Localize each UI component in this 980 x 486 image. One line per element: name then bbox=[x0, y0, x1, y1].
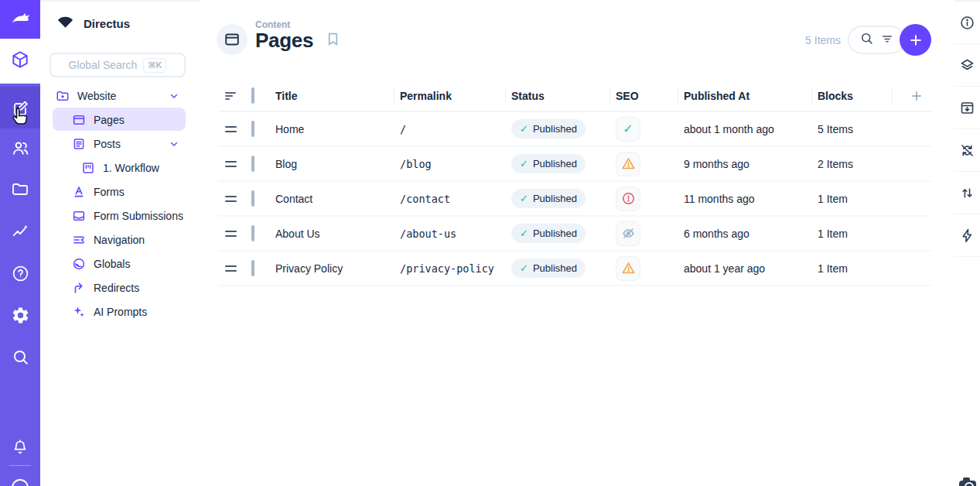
seo-ok-icon: ✓ bbox=[623, 122, 633, 136]
module-content-active[interactable] bbox=[0, 39, 40, 84]
chevron-down-icon[interactable] bbox=[169, 91, 179, 101]
row-checkbox[interactable] bbox=[251, 190, 254, 207]
nav-item-ai-prompts[interactable]: AI Prompts bbox=[40, 299, 201, 323]
table-row[interactable]: Contact /contact ✓Published ✓ 11 months … bbox=[219, 182, 931, 217]
bell-icon bbox=[11, 438, 29, 457]
directus-logo-tile[interactable] bbox=[0, 0, 40, 39]
archive-down-icon bbox=[959, 100, 975, 116]
sidebar-sync-disabled-button[interactable] bbox=[954, 129, 980, 172]
cell-blocks: 5 Items bbox=[811, 123, 892, 135]
module-insights[interactable] bbox=[0, 219, 40, 244]
drag-handle-icon[interactable] bbox=[219, 126, 242, 132]
module-users[interactable] bbox=[0, 135, 40, 160]
module-editor[interactable] bbox=[0, 96, 40, 121]
cell-blocks: 1 Item bbox=[811, 228, 892, 240]
up-down-arrows-icon bbox=[959, 185, 975, 201]
module-help[interactable] bbox=[0, 261, 40, 286]
column-header-permalink[interactable]: Permalink bbox=[394, 80, 505, 111]
row-checkbox[interactable] bbox=[251, 156, 254, 172]
nav-item-label: AI Prompts bbox=[94, 306, 147, 318]
sidebar-archive-button[interactable] bbox=[954, 87, 980, 129]
seo-status-icon: ✓ bbox=[616, 221, 640, 246]
column-header-status[interactable]: Status bbox=[505, 80, 610, 111]
title-a-icon bbox=[72, 185, 86, 199]
module-settings[interactable] bbox=[0, 303, 40, 327]
row-checkbox[interactable] bbox=[251, 260, 254, 276]
folder-icon bbox=[11, 180, 29, 199]
cell-published-at: about 1 year ago bbox=[678, 262, 811, 275]
module-search[interactable] bbox=[0, 344, 40, 369]
cell-published-at: 6 months ago bbox=[678, 228, 811, 240]
cell-blocks: 2 Items bbox=[811, 158, 892, 170]
table-row[interactable]: Blog /blog ✓Published ✓ 9 months ago 2 I… bbox=[219, 147, 931, 182]
nav-item-label: Redirects bbox=[94, 282, 139, 294]
chevron-down-icon[interactable] bbox=[169, 139, 179, 149]
gear-icon bbox=[11, 306, 30, 325]
project-row[interactable]: Directus bbox=[56, 12, 130, 35]
column-header-title[interactable]: Title bbox=[269, 80, 394, 111]
avatar-circle-partial[interactable] bbox=[12, 479, 29, 486]
nav-list-icon bbox=[72, 233, 86, 247]
search-icon[interactable] bbox=[859, 31, 874, 49]
module-bar-divider bbox=[9, 465, 31, 466]
table-row[interactable]: About Us /about-us ✓Published ✓ 6 months… bbox=[219, 217, 931, 252]
add-item-button[interactable] bbox=[900, 24, 931, 56]
nav-item-posts[interactable]: Posts bbox=[40, 132, 201, 156]
nav-item-workflow[interactable]: 1. Workflow bbox=[40, 156, 201, 180]
right-sidebar bbox=[954, 2, 980, 486]
page-title: Pages bbox=[255, 29, 313, 53]
sidebar-layout-button[interactable] bbox=[954, 44, 980, 87]
nav-item-label: Form Submissions bbox=[94, 210, 183, 222]
row-checkbox[interactable] bbox=[251, 225, 254, 241]
column-header-blocks[interactable]: Blocks bbox=[811, 80, 892, 111]
bolt-icon bbox=[959, 228, 975, 244]
seo-warning-icon bbox=[621, 261, 636, 276]
nav-item-pages[interactable]: Pages bbox=[40, 108, 201, 132]
nav-item-forms[interactable]: Forms bbox=[40, 180, 201, 204]
sidebar-flows-button[interactable] bbox=[954, 214, 980, 257]
bookmark-icon[interactable] bbox=[325, 31, 341, 50]
drag-handle-icon[interactable] bbox=[219, 231, 242, 237]
row-checkbox[interactable] bbox=[251, 121, 254, 137]
drag-handle-icon[interactable] bbox=[219, 161, 242, 167]
directus-app: Directus Global Search ⌘K Website bbox=[0, 0, 980, 486]
nav-item-website[interactable]: Website bbox=[40, 84, 201, 108]
manual-sort-button[interactable] bbox=[219, 80, 242, 111]
drag-handle-icon[interactable] bbox=[219, 265, 242, 272]
global-search-input[interactable]: Global Search ⌘K bbox=[50, 53, 186, 77]
cell-title: Privacy Policy bbox=[269, 262, 394, 275]
add-column-button[interactable] bbox=[892, 80, 931, 111]
nav-item-label: Forms bbox=[94, 186, 125, 198]
kanban-icon bbox=[81, 161, 95, 175]
layers-icon bbox=[959, 57, 975, 74]
module-files[interactable] bbox=[0, 177, 40, 202]
insights-icon bbox=[11, 222, 30, 241]
notifications-button[interactable] bbox=[0, 435, 40, 460]
project-logo-icon bbox=[56, 12, 75, 35]
status-badge: ✓Published bbox=[511, 258, 586, 278]
content-area: Content Pages 5 Items Title Permalink St… bbox=[201, 0, 954, 486]
sidebar-info-button[interactable] bbox=[954, 2, 980, 44]
navigation-sidebar: Directus Global Search ⌘K Website bbox=[40, 0, 201, 486]
nav-item-navigation[interactable]: Navigation bbox=[40, 228, 201, 252]
nav-item-redirects[interactable]: Redirects bbox=[40, 276, 201, 299]
cell-title: Contact bbox=[269, 193, 394, 205]
seo-warning-icon bbox=[621, 156, 636, 171]
box-icon bbox=[10, 50, 30, 73]
select-all-checkbox[interactable] bbox=[251, 87, 254, 104]
seo-status-icon: ✓ bbox=[616, 117, 640, 142]
check-icon: ✓ bbox=[520, 158, 528, 169]
module-bar bbox=[0, 0, 40, 486]
column-header-seo[interactable]: SEO bbox=[610, 80, 678, 111]
seo-hidden-icon bbox=[621, 226, 636, 241]
nav-item-form-submissions[interactable]: Form Submissions bbox=[40, 204, 201, 228]
sidebar-import-export-button[interactable] bbox=[954, 172, 980, 214]
nav-item-globals[interactable]: Globals bbox=[40, 252, 201, 276]
drag-handle-icon[interactable] bbox=[219, 196, 242, 202]
column-header-published-at[interactable]: Published At bbox=[678, 80, 811, 111]
cell-published-at: about 1 month ago bbox=[678, 123, 811, 135]
table-row[interactable]: Home / ✓Published ✓ about 1 month ago 5 … bbox=[219, 112, 931, 147]
check-icon: ✓ bbox=[520, 123, 528, 135]
table-row[interactable]: Privacy Policy /privacy-policy ✓Publishe… bbox=[219, 252, 931, 286]
filter-icon[interactable] bbox=[880, 32, 894, 49]
